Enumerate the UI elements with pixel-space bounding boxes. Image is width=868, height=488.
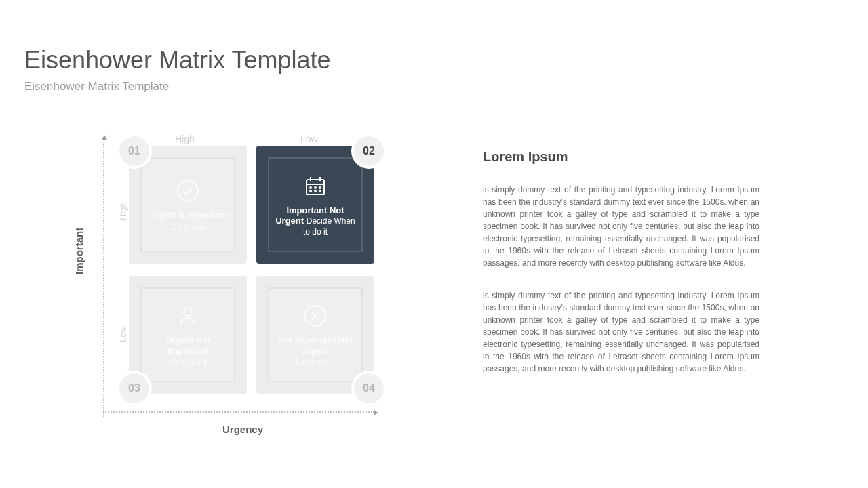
eisenhower-matrix: Important Urgency High Low High Low 01 U… [73,125,392,444]
quadrant-card: Not Important Not Urgent Eliminate it [268,287,363,382]
detail-paragraph-2: is simply dummy text of the printing and… [483,289,760,375]
page-subtitle: Eisenhower Matrix Template [24,80,169,94]
quadrant-card: Important Not Urgent Decide When to do i… [268,157,363,252]
quadrant-subtitle: Do it now [171,222,205,232]
quadrant-title: Not Important Not Urgent [273,335,357,356]
quadrant-subtitle: Delegate it [168,357,207,367]
page-title: Eisenhower Matrix Template [24,46,331,75]
quadrant-important-not-urgent[interactable]: 02 Important Not Urgent Decide When to d… [256,146,374,264]
svg-point-5 [310,187,311,188]
detail-panel: Lorem Ipsum is simply dummy text of the … [483,149,760,395]
quadrant-title: Urgent & Important [148,210,228,221]
svg-point-6 [315,187,316,188]
quadrant-title: Important Not Urgent Decide When to do i… [273,205,357,237]
calendar-icon [302,173,329,200]
quadrant-urgent-not-important[interactable]: 03 Urgent not Important Delegate it [129,276,247,394]
svg-point-10 [319,190,321,192]
svg-point-7 [319,187,321,188]
cancel-icon [302,302,329,329]
checkmark-icon [174,178,201,205]
col-label-high: High [175,134,195,144]
person-icon [174,302,201,329]
quadrant-card: Urgent & Important Do it now [140,157,235,252]
quadrant-number-02: 02 [354,136,384,166]
quadrant-number-03: 03 [119,373,149,403]
quadrant-not-important-not-urgent[interactable]: 04 Not Important Not Urgent Eliminate it [256,276,374,394]
quadrant-number-04: 04 [354,373,384,403]
quadrant-number-01: 01 [119,136,149,166]
detail-title: Lorem Ipsum [483,149,760,165]
svg-point-9 [315,190,316,192]
svg-point-8 [310,190,311,192]
y-axis-label: Important [73,228,85,274]
svg-point-11 [184,308,192,316]
quadrant-card: Urgent not Important Delegate it [140,287,235,382]
detail-paragraph-1: is simply dummy text of the printing and… [483,184,760,269]
x-axis-label: Urgency [222,424,263,435]
svg-point-0 [178,181,198,201]
row-label-high: High [118,202,128,220]
y-axis-line [103,139,104,417]
quadrant-subtitle: Eliminate it [296,357,336,367]
quadrant-urgent-important[interactable]: 01 Urgent & Important Do it now [129,146,247,264]
row-label-low: Low [118,326,128,342]
quadrant-title: Urgent not Important [146,335,230,356]
col-label-low: Low [300,134,318,144]
x-axis-line [103,411,374,413]
